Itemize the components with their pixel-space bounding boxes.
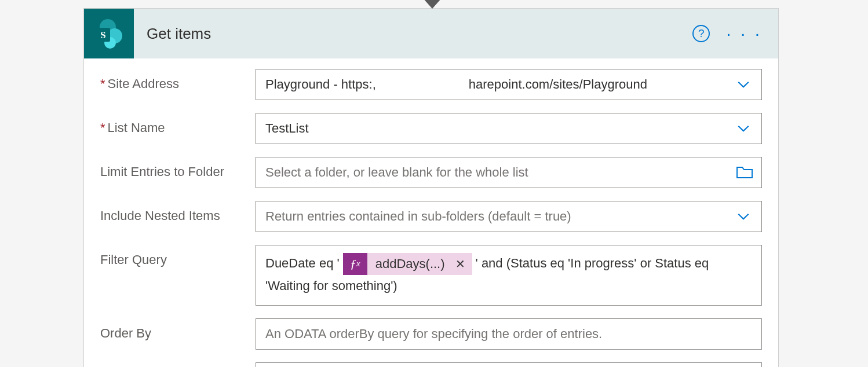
site-address-dropdown[interactable]: Playground - https:,harepoint.com/sites/… <box>256 69 762 100</box>
card-title: Get items <box>147 25 211 43</box>
order-by-input[interactable]: An ODATA orderBy query for specifying th… <box>256 318 762 350</box>
svg-text:S: S <box>100 30 105 41</box>
chevron-down-icon[interactable] <box>736 77 751 92</box>
label-list-name: *List Name <box>100 113 256 137</box>
field-row-order-by: Order By An ODATA orderBy query for spec… <box>100 318 762 350</box>
label-nested-items: Include Nested Items <box>100 201 256 225</box>
token-remove-icon[interactable]: ✕ <box>453 254 472 274</box>
help-icon[interactable]: ? <box>692 25 710 42</box>
filter-text-before: DueDate eq ' <box>265 256 340 270</box>
fx-icon: ƒx <box>343 253 367 275</box>
site-address-value: Playground - https:,harepoint.com/sites/… <box>265 77 647 92</box>
label-limit-folder: Limit Entries to Folder <box>100 157 256 181</box>
card-header[interactable]: S Get items ? · · · <box>84 9 778 58</box>
label-site-address: *Site Address <box>100 69 256 93</box>
filter-query-input[interactable]: DueDate eq 'ƒxaddDays(...)✕' and (Status… <box>256 245 762 306</box>
card-body: *Site Address Playground - https:,harepo… <box>84 58 778 367</box>
label-filter-query: Filter Query <box>100 245 256 269</box>
field-row-filter-query: Filter Query DueDate eq 'ƒxaddDays(...)✕… <box>100 245 762 306</box>
folder-icon[interactable] <box>736 165 753 180</box>
field-row-top-count: Top Count <box>100 362 762 367</box>
order-by-placeholder: An ODATA orderBy query for specifying th… <box>265 326 602 342</box>
field-row-limit-folder: Limit Entries to Folder Select a folder,… <box>100 157 762 188</box>
expression-token[interactable]: ƒxaddDays(...)✕ <box>343 253 472 275</box>
limit-folder-placeholder: Select a folder, or leave blank for the … <box>265 165 528 180</box>
nested-items-dropdown[interactable]: Return entries contained in sub-folders … <box>256 201 762 232</box>
nested-items-placeholder: Return entries contained in sub-folders … <box>265 209 571 224</box>
label-top-count: Top Count <box>100 362 256 367</box>
expression-token-label: addDays(...) <box>367 253 453 274</box>
top-count-input[interactable] <box>256 362 762 367</box>
list-name-value: TestList <box>265 121 309 136</box>
chevron-down-icon[interactable] <box>736 209 751 224</box>
field-row-nested-items: Include Nested Items Return entries cont… <box>100 201 762 232</box>
chevron-down-icon[interactable] <box>736 121 751 136</box>
action-card: S Get items ? · · · *Site Address Playgr… <box>83 8 779 367</box>
sharepoint-icon: S <box>84 9 134 58</box>
field-row-list-name: *List Name TestList <box>100 113 762 144</box>
flow-arrow-tip <box>423 0 442 9</box>
limit-folder-input[interactable]: Select a folder, or leave blank for the … <box>256 157 762 188</box>
field-row-site-address: *Site Address Playground - https:,harepo… <box>100 69 762 100</box>
more-menu-icon[interactable]: · · · <box>726 31 762 36</box>
label-order-by: Order By <box>100 318 256 342</box>
list-name-dropdown[interactable]: TestList <box>256 113 762 144</box>
